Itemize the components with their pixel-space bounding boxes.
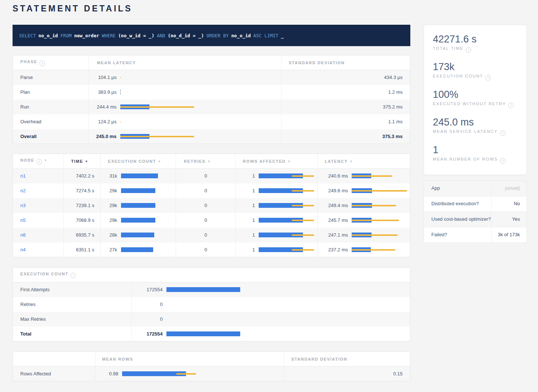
info-icon[interactable]: i [500,130,506,136]
count-value: 172554 [132,331,163,337]
attribute-label: Used cost-based optimizer? [424,212,492,227]
time-value: 7068.9 s [63,213,100,228]
sql-statement-box: SELECTno_o_idFROMnew_orderWHERE(no_w_id … [13,25,410,46]
latency-bar [352,218,407,223]
node-link[interactable]: n2 [20,188,25,193]
latency-bar [352,247,407,252]
row-label: Retries [13,297,132,312]
node-link[interactable]: n4 [20,247,25,252]
table-row-overall: Overall 245.0 ms 375.3 ms [13,129,410,144]
latency-value: 249.6 ms [318,188,348,193]
info-icon[interactable]: i [466,47,471,53]
stat-total-time: 42271.6 s TOTAL TIMEi [433,34,518,53]
rows-affected-value: 1 [236,217,255,223]
node-link[interactable]: n3 [20,203,25,208]
count-value: 172554 [132,287,163,292]
latency-bar [120,90,194,94]
table-row: First Attempts 172554 [13,282,410,297]
sql-identifier: (no_w_id = _) [118,33,154,38]
node-row: n2 7274.5 s 29k 0 1 249.6 ms [13,183,410,198]
mean-latency-value: 383.9 µs [89,89,117,95]
node-column-header[interactable]: NODEi▼ [13,154,64,169]
attribute-row: Used cost-based optimizer? Yes [424,212,527,227]
node-row: n1 7402.2 s 31k 0 1 240.6 ms [13,169,410,183]
row-label: Rows Affected [13,367,96,381]
stddev-value: 1.2 ms [282,85,410,100]
sort-arrow-icon[interactable]: ▼ [207,160,211,163]
sql-keyword: ASC LIMIT [254,33,279,38]
execution-count-column-header[interactable]: EXECUTION COUNT▼ [100,154,176,169]
table-row: Rows Affected 0.98 0.15 [13,367,410,381]
phase-label: Run [13,100,89,114]
info-icon[interactable]: i [485,75,491,80]
attribute-value: Yes [492,212,527,227]
row-label: First Attempts [13,282,132,297]
stat-label: MEAN NUMBER OF ROWSi [433,157,518,164]
mean-rows-column-header: MEAN ROWS [95,352,284,367]
node-row: n6 6935.7 s 28k 0 1 247.1 ms [13,228,410,243]
count-bar [166,317,240,321]
stat-value: 173k [433,61,518,73]
sort-arrow-icon[interactable]: ▼ [287,160,291,163]
sql-identifier: _ [281,33,284,38]
info-icon[interactable]: i [508,103,514,108]
attribute-row: App (unset) [424,181,527,196]
latency-value: 247.1 ms [318,232,348,238]
node-stats-table: NODEi▼ TIME▼ EXECUTION COUNT▼ RETRIES▼ R… [13,154,410,257]
rows-affected-value: 1 [236,173,255,179]
rows-affected-bar [259,247,314,252]
node-link[interactable]: n1 [20,173,25,179]
table-row: Run 244.4 ms 375.2 ms [13,100,410,114]
stat-mean-number-of-rows: 1 MEAN NUMBER OF ROWSi [433,144,518,164]
phase-column-header: PHASEi [13,55,89,70]
rows-affected-column-header[interactable]: ROWS AFFECTED▼ [236,154,318,169]
sort-arrow-icon[interactable]: ▼ [44,159,48,162]
mean-latency-value: 104.1 µs [89,75,117,80]
latency-column-header[interactable]: LATENCY▼ [318,154,410,169]
sql-identifier: new_order [74,33,99,38]
node-link[interactable]: n5 [20,217,25,223]
stat-label: MEAN SERVICE LATENCYi [433,129,518,136]
node-row: n5 7068.9 s 29k 0 1 245.7 ms [13,213,410,228]
info-icon[interactable]: i [37,159,42,165]
attribute-label: Failed? [424,227,492,243]
time-value: 7402.2 s [63,169,100,183]
latency-bar [120,119,194,124]
time-value: 6935.7 s [63,228,100,243]
phase-latency-table: PHASEi MEAN LATENCY STANDARD DEVIATION P… [13,55,410,144]
execution-count-value: 29k [101,188,117,193]
latency-value: 237.2 ms [318,247,348,252]
row-label: Max Retries [13,312,132,327]
info-icon[interactable]: i [70,273,76,278]
latency-value: 249.4 ms [318,203,348,208]
stddev-value: 1.1 ms [282,114,410,129]
mean-latency-value: 244.4 ms [89,104,117,110]
stat-label: TOTAL TIMEi [433,46,518,53]
attribute-row: Failed? 3k of 173k [424,227,527,243]
time-column-header[interactable]: TIME▼ [63,154,100,169]
mean-latency-column-header: MEAN LATENCY [89,55,282,70]
sort-arrow-icon[interactable]: ▼ [85,160,89,163]
sort-arrow-icon[interactable]: ▼ [349,160,353,163]
info-icon[interactable]: i [500,158,506,164]
stat-label: EXECUTED WITHOUT RETRYi [433,102,518,108]
execution-count-value: 29k [101,203,117,208]
node-link[interactable]: n6 [20,232,25,238]
info-icon[interactable]: i [39,61,45,66]
phase-label: Overall [13,129,89,144]
sql-keyword: WHERE [102,33,116,38]
execution-count-value: 31k [101,173,117,179]
sort-arrow-icon[interactable]: ▼ [158,160,162,163]
sql-identifier: (no_d_id = _) [168,33,204,38]
mean-latency-value: 124.2 µs [89,119,117,124]
table-row: Parse 104.1 µs 434.3 µs [13,70,410,85]
count-bar [166,302,240,307]
rows-affected-value: 1 [236,232,255,238]
retries-column-header[interactable]: RETRIES▼ [176,154,236,169]
node-row: n3 7239.1 s 29k 0 1 249.4 ms [13,198,410,213]
execution-count-section-header: EXECUTION COUNTi [13,268,132,282]
count-bar [166,287,240,292]
sql-keyword: SELECT [19,33,36,38]
execution-count-bar [121,188,158,193]
count-value: 0 [132,302,163,307]
